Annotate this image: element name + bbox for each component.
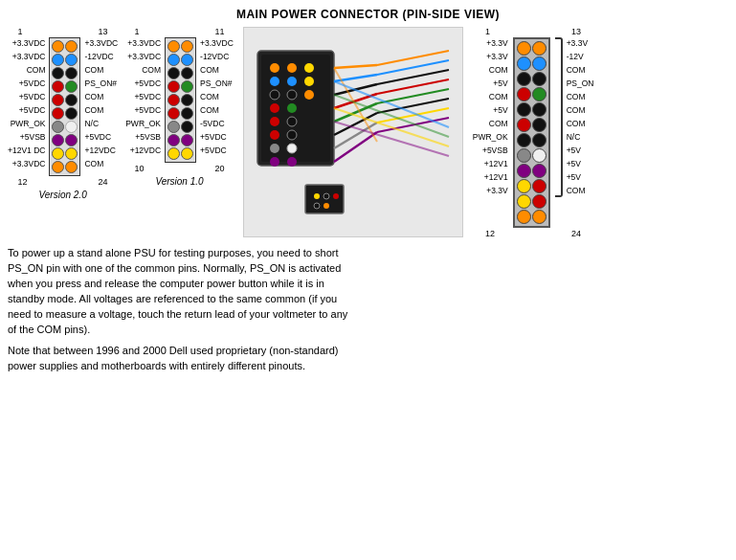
v20-left-labels: +3.3VDC +3.3VDC COM +5VDC +5VDC +5VDC PW… (8, 37, 45, 170)
v10-rl-6: -5VDC (200, 118, 225, 130)
pin (52, 147, 64, 160)
pin (167, 54, 180, 66)
v10-col-top-left: 1 (134, 27, 139, 36)
svg-point-12 (287, 90, 297, 100)
rd-rl-6: COM (567, 118, 586, 130)
rd-rl-9: +5V (567, 158, 581, 170)
pin (167, 94, 180, 106)
v10-ll-6: PWR_OK (125, 118, 161, 130)
rd-ll-8: +5VSB (482, 145, 508, 157)
pin (65, 40, 78, 53)
v10-ll-3: +5VDC (134, 78, 161, 90)
v20-ll-6: PWR_OK (11, 118, 46, 130)
pin (167, 107, 180, 120)
v10-rl-7: +5VDC (200, 131, 227, 144)
pin (52, 107, 64, 120)
svg-point-2 (270, 63, 279, 73)
versions-container: 1 13 +3.3VDC +3.3VDC COM +5VDC +5VDC +5V… (8, 27, 234, 200)
svg-point-17 (287, 157, 297, 167)
rd-ll-10: +12V1 (484, 171, 508, 184)
svg-point-15 (287, 130, 297, 140)
rd-ll-1: +3.3V (486, 51, 507, 63)
rd-rl-2: COM (567, 64, 586, 77)
rd-ll-4: COM (489, 91, 508, 103)
rd-left-labels: +3.3V +3.3V COM +5V COM +5V COM PWR_OK +… (473, 37, 508, 197)
v10-rl-5: COM (200, 104, 219, 117)
rpin (517, 179, 531, 193)
v20-label: Version 2.0 (38, 190, 86, 200)
svg-point-5 (270, 103, 279, 113)
v10-ll-4: +5VDC (134, 91, 161, 103)
diagrams-row: 1 13 +3.3VDC +3.3VDC COM +5VDC +5VDC +5V… (8, 27, 728, 238)
version-20-block: 1 13 +3.3VDC +3.3VDC COM +5VDC +5VDC +5V… (8, 27, 118, 200)
rd-ll-3: +5V (493, 78, 507, 90)
pin (52, 54, 64, 66)
svg-point-14 (287, 117, 297, 126)
rd-rl-11: COM (567, 185, 586, 197)
rpin (532, 179, 546, 193)
rd-ll-11: +3.3V (486, 185, 507, 197)
v10-col-bot-right: 20 (214, 164, 224, 173)
svg-point-10 (287, 63, 297, 73)
pin (65, 121, 78, 133)
v20-rl-5: COM (84, 104, 103, 117)
rd-col-top-right: 13 (571, 27, 581, 36)
v20-rl-1: -12VDC (84, 51, 113, 63)
pin (181, 40, 193, 53)
v20-ll-9: +3.3VDC (12, 158, 46, 170)
rpin (517, 210, 531, 224)
pin (52, 94, 64, 106)
v10-col-bot-left: 10 (134, 164, 144, 173)
rpin (532, 102, 546, 117)
pin (52, 40, 64, 53)
rpin (532, 133, 546, 147)
rpin (532, 210, 546, 224)
rpin (517, 72, 531, 86)
rpin (532, 72, 546, 86)
rd-ll-9: +12V1 (484, 158, 508, 170)
rpin (517, 102, 531, 117)
svg-point-47 (323, 203, 329, 209)
rpin (532, 194, 546, 209)
v20-ll-3: +5VDC (19, 78, 46, 90)
v20-right-labels: +3.3VDC -12VDC COM PS_ON# COM COM N/C +5… (84, 37, 118, 170)
rd-col-bot-left: 12 (485, 229, 495, 238)
svg-point-43 (314, 193, 320, 199)
v10-label: Version 1.0 (155, 176, 203, 187)
v20-col-bot-right: 24 (99, 177, 108, 187)
svg-point-20 (304, 90, 314, 100)
svg-point-3 (270, 77, 279, 86)
svg-point-16 (287, 144, 297, 153)
pin (167, 40, 180, 53)
pin (167, 121, 180, 133)
rd-rl-3: PS_ON (567, 78, 594, 90)
v20-ll-4: +5VDC (19, 91, 46, 103)
pin (181, 121, 193, 133)
v10-rl-1: -12VDC (200, 51, 229, 63)
v20-ll-0: +3.3VDC (12, 37, 46, 50)
pin (167, 147, 180, 160)
right-pins-wrapper: +3.3V +3.3V COM +5V COM +5V COM PWR_OK +… (473, 37, 594, 228)
v20-ll-8: +12V1 DC (8, 145, 45, 157)
pin (52, 80, 64, 93)
v10-left-labels: +3.3VDC +3.3VDC COM +5VDC +5VDC +5VDC PW… (125, 37, 161, 157)
pin (65, 67, 78, 79)
v10-right-labels: +3.3VDC -12VDC COM PS_ON# COM COM -5VDC … (200, 37, 234, 157)
v20-rl-7: +5VDC (84, 131, 111, 144)
v20-rl-4: COM (84, 91, 103, 103)
v10-ll-5: +5VDC (134, 104, 161, 117)
v20-pin-diagram: +3.3VDC +3.3VDC COM +5VDC +5VDC +5VDC PW… (8, 37, 118, 176)
text-paragraph-1: To power up a stand alone PSU for testin… (8, 246, 352, 338)
rd-col-top-left: 1 (485, 27, 490, 36)
v10-rl-0: +3.3VDC (200, 37, 234, 50)
v20-ll-7: +5VSB (20, 131, 46, 144)
pin (52, 134, 64, 146)
text-section: To power up a stand alone PSU for testin… (8, 246, 352, 374)
v20-rl-2: COM (84, 64, 103, 77)
pin (181, 134, 193, 146)
svg-point-4 (270, 90, 279, 100)
v20-rl-0: +3.3VDC (84, 37, 118, 50)
rd-rl-4: COM (567, 91, 586, 103)
rd-rl-0: +3.3V (567, 37, 588, 50)
rpin (532, 56, 546, 71)
